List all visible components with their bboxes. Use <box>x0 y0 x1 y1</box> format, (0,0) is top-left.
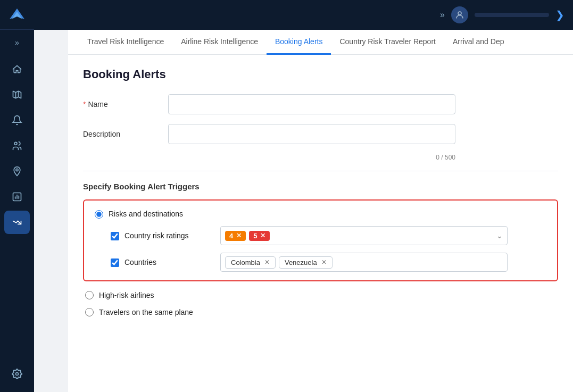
other-options: High-risk airlines Travelers on the same… <box>83 290 558 316</box>
sidebar-item-home[interactable] <box>4 57 30 81</box>
risks-destinations-option: Risks and destinations <box>95 209 546 219</box>
country-risk-ratings-label: Country risk ratings <box>124 231 220 240</box>
user-avatar[interactable] <box>451 6 468 23</box>
tab-travel-risk[interactable]: Travel Risk Intelligence <box>79 30 172 55</box>
risks-destinations-label: Risks and destinations <box>109 209 183 218</box>
section-divider <box>83 171 558 171</box>
sidebar-nav <box>0 57 34 234</box>
tab-arrival[interactable]: Arrival and Dep <box>444 30 513 55</box>
svg-point-0 <box>14 142 17 145</box>
high-risk-airlines-row: High-risk airlines <box>85 290 558 299</box>
page-content: Booking Alerts *Name Description 0 / 500… <box>68 55 573 392</box>
svg-point-3 <box>16 373 19 376</box>
high-risk-airlines-radio[interactable] <box>85 291 94 299</box>
country-risk-ratings-checkbox[interactable] <box>111 232 119 240</box>
country-tag-colombia-remove[interactable]: ✕ <box>264 258 270 266</box>
name-label: *Name <box>83 100 168 109</box>
page-title: Booking Alerts <box>83 68 558 81</box>
sidebar-item-users[interactable] <box>4 134 30 157</box>
country-tag-venezuela-remove[interactable]: ✕ <box>321 258 327 266</box>
sidebar-item-alerts[interactable] <box>4 109 30 132</box>
country-tag-venezuela[interactable]: Venezuela ✕ <box>279 256 333 269</box>
rating-tag-4-remove[interactable]: ✕ <box>236 232 242 239</box>
country-tag-colombia-value: Colombia <box>231 258 260 266</box>
sidebar-expand-button[interactable]: » <box>0 32 34 53</box>
sidebar-item-map[interactable] <box>4 83 30 106</box>
triggers-box: Risks and destinations Country risk rati… <box>83 199 558 281</box>
tab-country-risk[interactable]: Country Risk Traveler Report <box>331 30 444 55</box>
sidebar-item-travel[interactable] <box>4 211 30 234</box>
name-form-row: *Name <box>83 94 558 114</box>
rating-tag-5-value: 5 <box>253 232 257 240</box>
sidebar-logo <box>0 0 34 30</box>
topbar-next-button[interactable]: ❯ <box>555 9 564 21</box>
countries-row: Countries Colombia ✕ Venezuela ✕ <box>111 253 546 272</box>
required-indicator: * <box>83 100 86 109</box>
same-plane-label: Travelers on the same plane <box>99 307 193 316</box>
svg-point-4 <box>458 12 461 15</box>
main-content: Travel Risk Intelligence Airline Risk In… <box>68 30 573 392</box>
country-tag-venezuela-value: Venezuela <box>285 258 317 266</box>
rating-tag-4[interactable]: 4 ✕ <box>225 231 246 241</box>
user-name-display <box>475 13 549 17</box>
country-risk-ratings-row: Country risk ratings 4 ✕ 5 ✕ ⌄ <box>111 226 546 245</box>
tab-booking-alerts[interactable]: Booking Alerts <box>267 30 331 55</box>
countries-label: Countries <box>124 258 220 266</box>
sidebar-item-settings[interactable] <box>4 362 30 386</box>
rating-tag-5-remove[interactable]: ✕ <box>260 232 265 239</box>
svg-point-1 <box>16 169 18 171</box>
rating-tag-4-value: 4 <box>229 232 233 240</box>
rating-tag-5[interactable]: 5 ✕ <box>249 231 270 241</box>
description-label: Description <box>83 130 168 138</box>
char-count-display: 0 / 500 <box>83 154 455 161</box>
sidebar: » <box>0 0 34 392</box>
same-plane-radio[interactable] <box>85 308 94 316</box>
same-plane-row: Travelers on the same plane <box>85 307 558 316</box>
name-input[interactable] <box>168 94 455 114</box>
description-form-row: Description <box>83 124 558 144</box>
countries-checkbox[interactable] <box>111 258 119 267</box>
tabs-bar: Travel Risk Intelligence Airline Risk In… <box>68 30 573 55</box>
expand-nav-button[interactable]: » <box>440 10 445 20</box>
sidebar-item-reports[interactable] <box>4 185 30 208</box>
tab-airline-risk[interactable]: Airline Risk Intelligence <box>172 30 267 55</box>
sub-options: Country risk ratings 4 ✕ 5 ✕ ⌄ <box>111 226 546 272</box>
country-tag-colombia[interactable]: Colombia ✕ <box>225 256 276 269</box>
risks-destinations-radio[interactable] <box>95 210 103 219</box>
description-input[interactable] <box>168 124 455 144</box>
country-risk-ratings-select[interactable]: 4 ✕ 5 ✕ ⌄ <box>220 226 508 245</box>
topbar: » ❯ <box>34 0 573 30</box>
high-risk-airlines-label: High-risk airlines <box>99 290 154 299</box>
countries-select[interactable]: Colombia ✕ Venezuela ✕ <box>220 253 508 272</box>
ratings-select-chevron: ⌄ <box>496 231 503 240</box>
sidebar-item-location[interactable] <box>4 160 30 183</box>
sidebar-bottom <box>4 362 30 392</box>
section-title: Specify Booking Alert Triggers <box>83 182 558 191</box>
